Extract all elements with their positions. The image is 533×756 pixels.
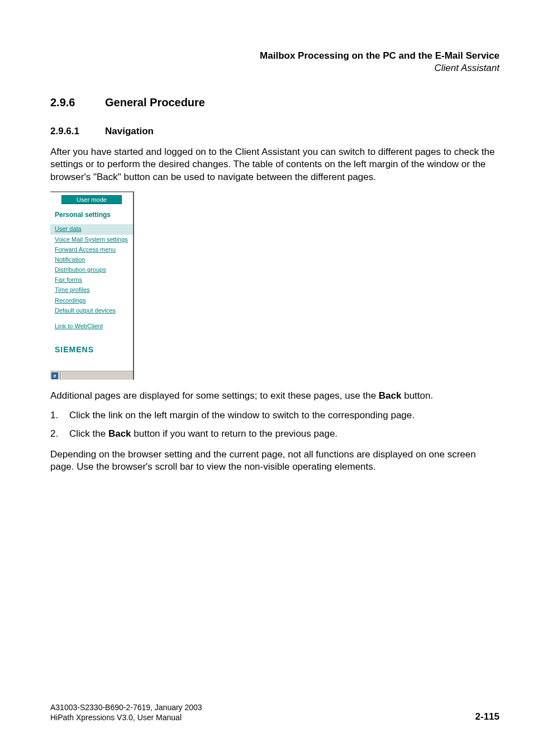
- list2-pre: Click the: [69, 428, 108, 439]
- nav-link-distribution-groups[interactable]: Distribution groups: [50, 265, 133, 275]
- list-text: Click the link on the left margin of the…: [69, 409, 415, 422]
- nav-link-fax-forms[interactable]: Fax forms: [50, 275, 133, 285]
- page-number: 2-115: [475, 711, 499, 722]
- personal-settings-label: Personal settings: [50, 211, 133, 224]
- subsection-number: 2.9.6.1: [50, 126, 105, 137]
- user-mode-button[interactable]: User mode: [61, 195, 122, 204]
- numbered-list: 1. Click the link on the left margin of …: [50, 409, 499, 441]
- nav-link-webclient[interactable]: Link to WebClient: [50, 322, 133, 332]
- intro-paragraph: After you have started and logged on to …: [50, 146, 499, 183]
- nav-link-recordings[interactable]: Recordings: [50, 296, 133, 306]
- nav-link-default-output[interactable]: Default output devices: [50, 306, 133, 316]
- status-bar: e: [50, 371, 133, 380]
- page-footer: A31003-S2330-B690-2-7619, January 2003 H…: [50, 702, 499, 722]
- nav-link-user-data[interactable]: User data: [50, 224, 133, 234]
- after-fig-bold: Back: [379, 390, 402, 401]
- nav-link-time-profiles[interactable]: Time profiles: [50, 285, 133, 295]
- footer-left: A31003-S2330-B690-2-7619, January 2003 H…: [50, 702, 202, 722]
- nav-link-forward-access[interactable]: Forward Access menu: [50, 245, 133, 255]
- list2-post: button if you want to return to the prev…: [131, 428, 338, 439]
- footer-line2: HiPath Xpressions V3.0, User Manual: [50, 712, 202, 722]
- list-number: 2.: [50, 428, 69, 441]
- page-header: Mailbox Processing on the PC and the E-M…: [50, 50, 499, 74]
- footer-line1: A31003-S2330-B690-2-7619, January 2003: [50, 702, 202, 712]
- header-subtitle: Client Assistant: [50, 63, 499, 74]
- after-fig-post: button.: [401, 390, 433, 401]
- list-item: 2. Click the Back button if you want to …: [50, 428, 499, 441]
- after-figure-paragraph: Additional pages are displayed for some …: [50, 390, 499, 402]
- after-fig-pre: Additional pages are displayed for some …: [50, 390, 379, 401]
- section-number: 2.9.6: [50, 96, 105, 109]
- navigation-panel-figure: User mode Personal settings User data Vo…: [50, 191, 134, 380]
- closing-paragraph: Depending on the browser setting and the…: [50, 448, 499, 474]
- section-title: General Procedure: [105, 96, 205, 108]
- status-separator: [60, 372, 61, 380]
- ie-icon: e: [51, 372, 58, 379]
- subsection-heading: 2.9.6.1Navigation: [50, 126, 499, 137]
- header-title: Mailbox Processing on the PC and the E-M…: [50, 50, 499, 62]
- list-text: Click the Back button if you want to ret…: [69, 428, 337, 441]
- list-item: 1. Click the link on the left margin of …: [50, 409, 499, 422]
- list2-bold: Back: [108, 428, 131, 439]
- list-number: 1.: [50, 409, 69, 422]
- brand-logo: SIEMENS: [50, 332, 133, 354]
- nav-link-notification[interactable]: Notification: [50, 255, 133, 265]
- nav-link-voice-mail[interactable]: Voice Mail System settings: [50, 235, 133, 245]
- section-heading: 2.9.6General Procedure: [50, 96, 499, 109]
- subsection-title: Navigation: [105, 126, 154, 136]
